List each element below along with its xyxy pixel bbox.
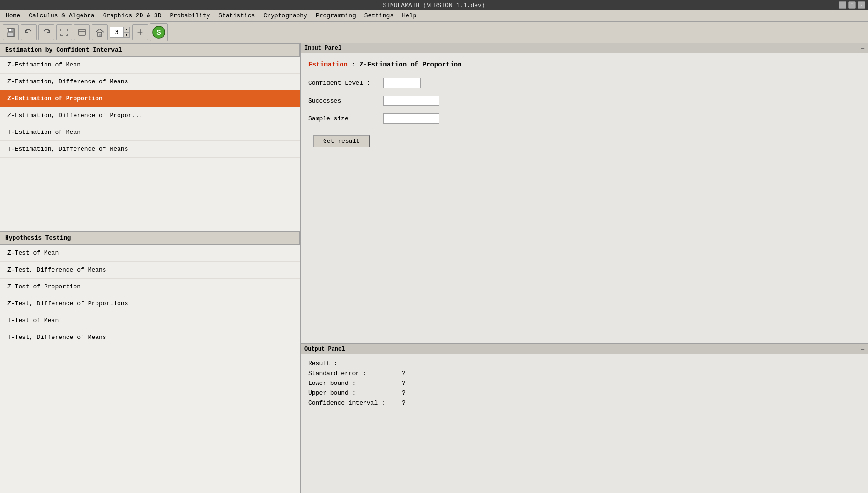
spinner-up[interactable]: ▲ (123, 27, 130, 32)
menu-help[interactable]: Help (398, 11, 420, 20)
redo-button[interactable] (38, 24, 54, 40)
output-upper-bound-row: Upper bound : ? (308, 390, 861, 397)
svg-rect-3 (8, 33, 14, 36)
output-result-row: Result : (308, 360, 861, 367)
successes-label: Successes (308, 97, 383, 104)
input-panel-content: Estimation : Z-Estimation of Proportion … (301, 53, 868, 343)
list-item-t-estimation-diff-means[interactable]: T-Estimation, Difference of Means (0, 141, 300, 158)
menu-bar: Home Calculus & Algebra Graphics 2D & 3D… (0, 10, 868, 22)
list-item-z-test-mean[interactable]: Z-Test of Mean (0, 245, 300, 262)
list-item-z-test-diff-means[interactable]: Z-Test, Difference of Means (0, 262, 300, 279)
confident-level-label: Confident Level : (308, 80, 383, 87)
upper-bound-value: ? (402, 390, 406, 397)
confident-level-input[interactable] (383, 78, 421, 88)
menu-calculus[interactable]: Calculus & Algebra (25, 11, 98, 20)
list-item-z-estimation-mean[interactable]: Z-Estimation of Mean (0, 57, 300, 74)
std-error-label: Standard error : (308, 370, 402, 377)
main-content: Estimation by Confident Interval Z-Estim… (0, 43, 868, 493)
lower-bound-value: ? (402, 380, 406, 387)
confident-level-row: Confident Level : (308, 78, 861, 88)
svg-rect-4 (79, 29, 85, 35)
right-panel: Input Panel — Estimation : Z-Estimation … (301, 43, 868, 493)
hypothesis-section-header: Hypothesis Testing (0, 231, 300, 245)
confidence-interval-label: Confidence interval : (308, 399, 402, 406)
output-panel-title: Output Panel (304, 346, 345, 353)
menu-statistics[interactable]: Statistics (215, 11, 259, 20)
sample-size-label: Sample size (308, 115, 383, 122)
list-item-z-test-proportion[interactable]: Z-Test of Proportion (0, 279, 300, 295)
fullscreen-button[interactable] (56, 24, 72, 40)
successes-row: Successes (308, 96, 861, 106)
estimation-section-header: Estimation by Confident Interval (0, 43, 300, 57)
estimation-title: Estimation : Z-Estimation of Proportion (308, 61, 861, 68)
svg-text:S: S (156, 29, 161, 36)
svg-rect-2 (9, 29, 11, 31)
list-item-z-estimation-diff-proportion[interactable]: Z-Estimation, Difference of Propor... (0, 107, 300, 124)
menu-cryptography[interactable]: Cryptography (260, 11, 311, 20)
lower-bound-label: Lower bound : (308, 380, 402, 387)
simulamath-icon-button[interactable]: S (150, 23, 168, 41)
input-panel-title: Input Panel (304, 45, 341, 52)
upper-bound-label: Upper bound : (308, 390, 402, 397)
result-label: Result : (308, 360, 402, 367)
list-item-t-test-diff-means[interactable]: T-Test, Difference of Means (0, 329, 300, 346)
list-item-t-estimation-mean[interactable]: T-Estimation of Mean (0, 124, 300, 141)
save-button[interactable] (3, 24, 19, 40)
output-confidence-interval-row: Confidence interval : ? (308, 399, 861, 406)
std-error-value: ? (402, 370, 406, 377)
output-panel-content: Result : Standard error : ? Lower bound … (301, 354, 868, 493)
menu-home[interactable]: Home (2, 11, 24, 20)
list-item-z-estimation-diff-means[interactable]: Z-Estimation, Difference of Means (0, 74, 300, 90)
undo-button[interactable] (21, 24, 37, 40)
list-item-t-test-mean[interactable]: T-Test of Mean (0, 312, 300, 329)
menu-programming[interactable]: Programming (312, 11, 360, 20)
list-item-z-estimation-proportion[interactable]: Z-Estimation of Proportion (0, 90, 300, 107)
output-lower-bound-row: Lower bound : ? (308, 380, 861, 387)
output-panel-header: Output Panel — (301, 344, 868, 354)
list-item-z-test-diff-proportions[interactable]: Z-Test, Difference of Proportions (0, 295, 300, 312)
home-button[interactable] (92, 24, 108, 40)
title-bar: SIMULAMATH (VERSION 1.1.dev) — □ ✕ (0, 0, 868, 10)
close-button[interactable]: ✕ (858, 1, 865, 9)
svg-rect-7 (99, 34, 101, 36)
spinner-controls: ▲ ▼ (123, 27, 130, 38)
sample-size-input[interactable] (383, 113, 439, 124)
zoom-input[interactable]: 3 (110, 29, 123, 36)
estimation-section: Estimation by Confident Interval Z-Estim… (0, 43, 300, 158)
output-section: Output Panel — Result : Standard error :… (301, 343, 868, 493)
successes-input[interactable] (383, 96, 439, 106)
left-panel: Estimation by Confident Interval Z-Estim… (0, 43, 301, 493)
add-button[interactable]: + (132, 24, 148, 40)
menu-settings[interactable]: Settings (361, 11, 397, 20)
window-button[interactable] (74, 24, 90, 40)
input-panel-header: Input Panel — (301, 43, 868, 53)
window-controls: — □ ✕ (839, 1, 865, 9)
toolbar: 3 ▲ ▼ + S (0, 22, 868, 43)
maximize-button[interactable]: □ (848, 1, 856, 9)
zoom-spinner[interactable]: 3 ▲ ▼ (110, 27, 130, 38)
minimize-button[interactable]: — (839, 1, 846, 9)
menu-graphics[interactable]: Graphics 2D & 3D (99, 11, 165, 20)
menu-probability[interactable]: Probability (166, 11, 214, 20)
get-result-button[interactable]: Get result (313, 135, 370, 147)
hypothesis-section: Hypothesis Testing Z-Test of Mean Z-Test… (0, 231, 300, 346)
input-panel-collapse[interactable]: — (861, 45, 864, 51)
sample-size-row: Sample size (308, 113, 861, 124)
confidence-interval-value: ? (402, 399, 406, 406)
app-title: SIMULAMATH (VERSION 1.1.dev) (383, 2, 485, 9)
output-panel-collapse[interactable]: — (861, 346, 864, 352)
spinner-down[interactable]: ▼ (123, 32, 130, 38)
output-std-error-row: Standard error : ? (308, 370, 861, 377)
